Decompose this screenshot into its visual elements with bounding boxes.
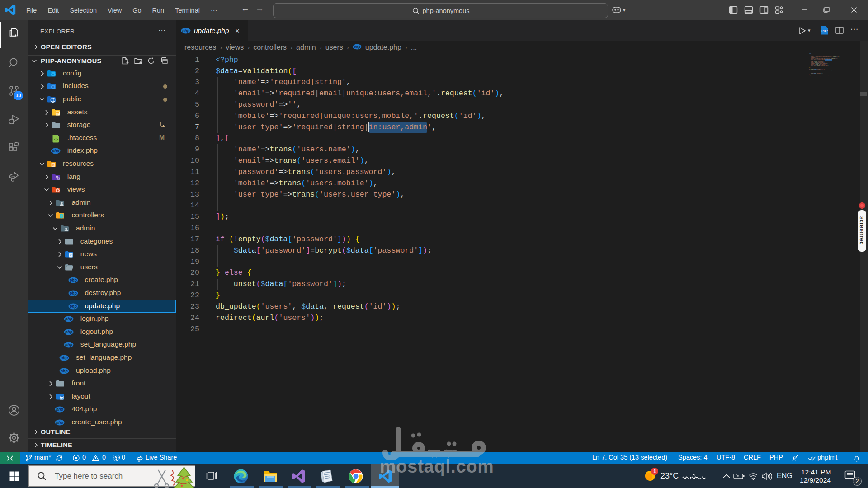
svg-text:php: php <box>60 368 68 373</box>
svg-text:<>: <> <box>54 138 58 141</box>
svg-text:php: php <box>65 317 73 321</box>
svg-text:php: php <box>65 343 73 347</box>
svg-text:php: php <box>65 330 73 334</box>
svg-text:a: a <box>58 178 59 180</box>
svg-text:php: php <box>56 420 64 425</box>
svg-text:php: php <box>69 304 77 308</box>
svg-text:php: php <box>52 149 60 153</box>
svg-text:php: php <box>56 407 64 412</box>
svg-text:php: php <box>69 278 77 282</box>
svg-text:php: php <box>60 356 68 360</box>
svg-text:php: php <box>69 291 77 296</box>
